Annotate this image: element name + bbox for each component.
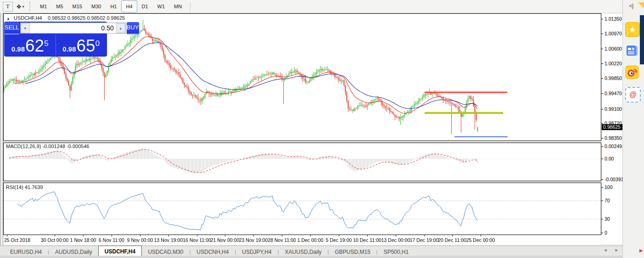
axis-tick	[601, 123, 603, 124]
price-axis[interactable]: 1.013501.009701.006001.002200.998500.994…	[601, 0, 622, 246]
tab-gbpusd[interactable]: GBPUSD,M15	[329, 247, 376, 257]
time-axis-tick	[140, 235, 140, 236]
timeframe-m30-button[interactable]: M30	[87, 0, 106, 12]
scroll-right-icon[interactable]: ▶	[639, 248, 643, 253]
time-axis-label: 30 Oct 00:00	[41, 237, 68, 243]
news-icon-svg	[625, 44, 639, 57]
time-axis-tick	[168, 235, 169, 236]
sell-price-prefix: 0.98	[11, 45, 25, 54]
volume-input[interactable]	[30, 23, 116, 33]
time-axis-tick	[310, 235, 311, 236]
axis-tick	[601, 233, 603, 233]
news-icon[interactable]	[625, 44, 639, 57]
axis-label: 0	[605, 230, 607, 235]
current-price-tag: 0.98625	[602, 124, 623, 130]
symbol-period-label: USDCHF,H4	[14, 15, 42, 21]
time-axis-label: 13 Nov 19:00	[154, 237, 183, 243]
time-axis-label: 6 Nov 11:00	[99, 237, 124, 243]
time-axis-tick	[452, 235, 453, 236]
time-axis-tick	[55, 235, 55, 236]
timeframe-m15-button[interactable]: M15	[68, 0, 87, 12]
axis-tick	[601, 49, 603, 49]
time-axis-tick	[339, 235, 339, 236]
time-axis-label: 13 Dec 00:00	[381, 237, 410, 243]
sidebar-collapse-icon[interactable]: <|	[626, 2, 637, 10]
tab-usdcad[interactable]: USDCAD,M30	[142, 247, 189, 257]
sell-button[interactable]: SELL	[5, 22, 19, 34]
time-axis-tick	[197, 235, 197, 236]
axis-label: 0.99850	[605, 75, 622, 81]
right-sidebar: <| ★ @ ▶	[622, 0, 644, 258]
weibo-icon[interactable]	[625, 65, 639, 79]
tab-usdjpy[interactable]: USDJPY,H4	[236, 247, 277, 257]
timeframe-w1-button[interactable]: W1	[153, 0, 170, 12]
tab-usdchf[interactable]: USDCHF,H4	[98, 246, 142, 256]
time-axis-label: 10 Dec 11:00	[353, 237, 381, 243]
at-mention-icon[interactable]: @	[625, 87, 641, 103]
buy-price[interactable]: 0.98 65 0	[56, 34, 107, 55]
timeframe-h1-button[interactable]: H1	[106, 0, 121, 12]
docked-panel-edge	[640, 15, 644, 64]
toolbar-divider	[190, 1, 190, 11]
one-click-trading-panel: SELL ▾ ▴ BUY 0.98 62 5 0.98 65 0	[5, 22, 106, 56]
time-axis-label: 25 Dec 00:00	[466, 237, 495, 243]
timeframe-m5-button[interactable]: M5	[51, 0, 67, 12]
panel-collapse-icon[interactable]: ▲	[6, 17, 10, 21]
window-left-frame	[0, 13, 3, 258]
timeframe-d1-button[interactable]: D1	[137, 0, 153, 12]
axis-label: 0.99100	[605, 106, 622, 112]
toolbar-drag-handle[interactable]	[29, 2, 33, 11]
axis-label: 100	[605, 184, 613, 190]
axis-tick	[601, 159, 603, 159]
star-icon[interactable]: ★	[625, 22, 640, 37]
time-axis-label: 28 Nov 11:00	[268, 237, 296, 243]
axis-tick	[601, 138, 603, 138]
buy-price-pip: 0	[95, 34, 100, 53]
arrows-tool-button[interactable]: ❖ ▾	[16, 2, 25, 11]
axis-label: 1.00220	[605, 61, 622, 66]
axis-label: 1.00970	[605, 31, 622, 36]
volume-decrease-button[interactable]: ▾	[21, 23, 30, 33]
sell-price[interactable]: 0.98 62 5	[5, 34, 56, 55]
tab-scroll-arrows[interactable]: ◂ ▸	[604, 247, 622, 253]
time-axis-label: 1 Nov 18:00	[70, 237, 96, 243]
axis-label: 0.98350	[605, 135, 622, 141]
buy-button[interactable]: BUY	[127, 22, 139, 34]
time-axis-label: 20 Dec 11:00	[438, 237, 466, 243]
partial-icon	[638, 2, 644, 8]
axis-label: 30	[605, 216, 610, 222]
weibo-icon-svg	[625, 65, 639, 79]
macd-indicator-label: MACD(12,26,9) -0.001248 -0.000546	[6, 143, 90, 149]
axis-tick	[601, 19, 603, 19]
time-axis-tick	[7, 235, 7, 236]
time-axis-label: 21 Nov 00:00	[211, 237, 239, 243]
axis-tick	[601, 219, 603, 219]
timeframe-h4-button[interactable]: H4	[121, 0, 137, 12]
time-axis-tick	[83, 235, 84, 236]
tab-audusd[interactable]: AUDUSD,Daily	[49, 247, 98, 257]
timeframe-m1-button[interactable]: M1	[35, 0, 51, 12]
time-axis-tick	[396, 235, 396, 236]
tab-sp500[interactable]: SP500,H1	[378, 247, 415, 257]
text-label-tool-button[interactable]: T	[3, 2, 13, 11]
axis-tick	[601, 63, 603, 64]
axis-label: 1.00600	[605, 46, 622, 52]
tab-usdcnh[interactable]: USDCNH,H4	[190, 247, 235, 257]
mt4-window: T ❖ ▾ M1M5M15M30H1H4D1W1MN ▲ USDCHF,H4 0…	[0, 0, 644, 258]
volume-increase-button[interactable]: ▴	[116, 23, 125, 33]
tab-eurusd[interactable]: EURUSD,H4	[4, 247, 48, 257]
time-axis-label: 16 Nov 11:00	[183, 237, 211, 243]
timeframe-mn-button[interactable]: MN	[169, 0, 186, 12]
time-axis-label: 23 Nov 19:00	[239, 237, 268, 243]
axis-tick	[601, 93, 603, 94]
axis-label: 1.01350	[605, 16, 622, 22]
rsi-indicator-label: RSI(14) 41.7639	[6, 184, 43, 190]
tab-xauusd[interactable]: XAUUSD,Daily	[279, 247, 328, 257]
top-toolbar: T ❖ ▾ M1M5M15M30H1H4D1W1MN	[0, 0, 644, 13]
time-axis-label: 5 Dec 19:00	[326, 237, 352, 243]
axis-label: 0.002492	[605, 143, 625, 149]
time-axis[interactable]: 25 Oct 201830 Oct 00:001 Nov 18:006 Nov …	[3, 235, 601, 245]
axis-tick	[601, 179, 603, 180]
volume-spinner: ▾ ▴	[20, 23, 126, 34]
time-axis-label: 25 Oct 2018	[4, 237, 30, 243]
